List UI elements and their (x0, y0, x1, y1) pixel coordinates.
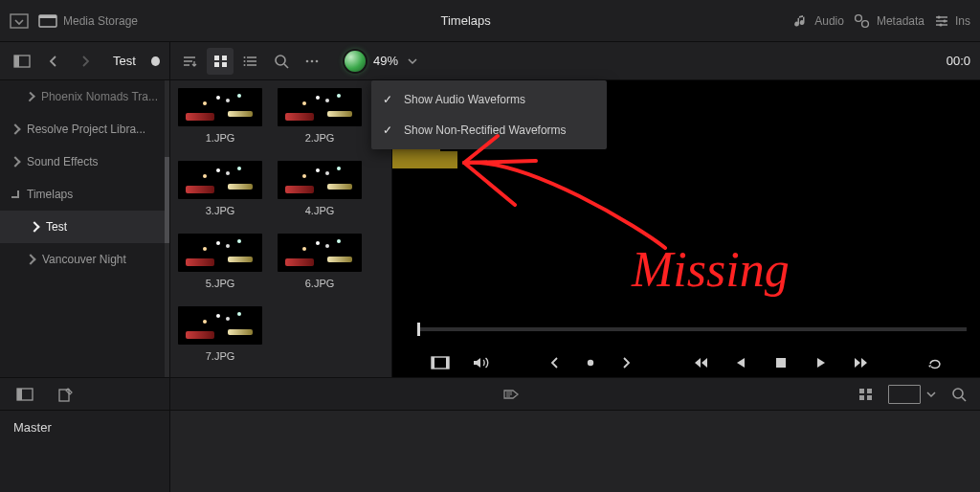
tag-icon[interactable] (501, 387, 521, 402)
audio-label: Audio (814, 14, 844, 28)
clip-thumbnail[interactable]: 1.JPG (178, 88, 262, 144)
jog-prev-button[interactable] (546, 353, 565, 372)
svg-point-18 (306, 59, 309, 62)
app-header: Media Storage Timelaps Audio Metadata In… (0, 0, 980, 42)
media-storage-icon (38, 13, 57, 29)
svg-rect-0 (11, 14, 28, 28)
svg-point-24 (588, 360, 593, 366)
sort-button[interactable] (176, 48, 203, 75)
svg-rect-2 (39, 15, 56, 18)
audio-mute-button[interactable] (471, 353, 490, 372)
thumbnail-view-button-2[interactable] (852, 381, 879, 408)
jog-next-button[interactable] (616, 353, 635, 372)
svg-rect-27 (17, 389, 22, 400)
tree-item-vancouver[interactable]: Vancouver Night (0, 243, 169, 276)
list-view-button[interactable] (237, 48, 264, 75)
media-pool-toolbar (0, 378, 980, 411)
bin-name: Test (113, 54, 136, 68)
metadata-icon (854, 13, 871, 29)
svg-point-14 (244, 56, 246, 58)
inspector-button[interactable]: Ins (934, 13, 970, 29)
workspace-dropdown[interactable] (10, 13, 29, 29)
svg-rect-10 (214, 56, 219, 60)
viewer-scrubber[interactable] (417, 327, 967, 331)
transport-controls (392, 347, 980, 379)
svg-rect-31 (859, 395, 864, 400)
tree-item-test[interactable]: Test (0, 211, 169, 243)
options-menu-button[interactable] (299, 48, 325, 75)
viewer-timecode[interactable]: 00:0 (947, 54, 970, 68)
svg-point-33 (953, 389, 963, 398)
project-title: Timelaps (441, 13, 491, 28)
panel-search-button[interactable] (946, 381, 972, 408)
match-frame-button[interactable] (431, 353, 450, 372)
tree-item-resolve-lib[interactable]: Resolve Project Libra... (0, 113, 169, 145)
playhead[interactable] (417, 323, 420, 336)
loop-button[interactable] (926, 353, 946, 372)
search-button[interactable] (268, 48, 295, 75)
menu-show-nonrectified-waveforms[interactable]: ✓ Show Non-Rectified Waveforms (371, 115, 607, 145)
svg-point-6 (943, 19, 946, 22)
metadata-button[interactable]: Metadata (854, 13, 924, 29)
import-media-button[interactable] (52, 381, 78, 408)
svg-rect-23 (446, 357, 449, 369)
bin-record-dot[interactable] (151, 56, 160, 66)
svg-point-20 (316, 59, 319, 62)
svg-rect-29 (859, 389, 864, 393)
svg-point-19 (311, 59, 314, 62)
svg-rect-12 (214, 62, 219, 67)
music-note-icon (793, 13, 809, 29)
svg-point-4 (862, 20, 869, 27)
menu-show-audio-waveforms[interactable]: ✓ Show Audio Waveforms (371, 84, 607, 115)
play-reverse-button[interactable] (731, 353, 750, 372)
tree-scrollbar[interactable] (165, 80, 169, 377)
clip-thumbnail[interactable]: 2.JPG (278, 88, 362, 144)
clip-thumbnail[interactable]: 6.JPG (278, 234, 362, 289)
go-first-button[interactable] (691, 353, 710, 372)
clip-thumbnail[interactable]: 5.JPG (178, 234, 262, 289)
audio-button[interactable]: Audio (793, 13, 844, 29)
media-storage-label: Media Storage (63, 14, 138, 28)
svg-rect-32 (867, 395, 872, 400)
svg-point-3 (856, 14, 862, 21)
svg-rect-13 (222, 62, 227, 67)
media-pool-panel: Master (0, 377, 980, 492)
check-icon: ✓ (383, 93, 394, 106)
nav-fwd-button[interactable] (74, 48, 98, 75)
nav-back-button[interactable] (41, 48, 65, 75)
clip-thumbnail[interactable]: 4.JPG (278, 161, 362, 216)
tree-item-timelaps[interactable]: Timelaps (0, 178, 169, 211)
frame-icon (888, 385, 921, 404)
zoom-readout[interactable]: 49% (373, 54, 398, 68)
tree-item-sound-effects[interactable]: Sound Effects (0, 145, 169, 178)
svg-rect-25 (776, 358, 786, 368)
svg-point-7 (939, 23, 942, 26)
metadata-label: Metadata (877, 14, 924, 28)
display-mode-dropdown[interactable] (888, 385, 936, 404)
play-button[interactable] (812, 353, 831, 372)
bin-tree: Phoenix Nomads Tra... Resolve Project Li… (0, 80, 170, 377)
svg-point-15 (244, 60, 246, 62)
jog-dot[interactable] (586, 353, 595, 372)
go-last-button[interactable] (852, 353, 871, 372)
svg-rect-30 (867, 389, 872, 393)
clip-thumbnail[interactable]: 3.JPG (178, 161, 262, 216)
tree-item-phoenix[interactable]: Phoenix Nomads Tra... (0, 80, 169, 113)
stop-button[interactable] (771, 353, 791, 372)
viewer-options-menu: ✓ Show Audio Waveforms ✓ Show Non-Rectif… (371, 80, 607, 149)
svg-rect-22 (432, 357, 434, 369)
clip-thumbnail[interactable]: 7.JPG (178, 306, 262, 362)
zoom-knob[interactable] (345, 51, 366, 72)
svg-point-16 (244, 64, 246, 66)
sidebar-toggle-button[interactable] (10, 48, 33, 75)
thumbnail-view-button[interactable] (207, 48, 234, 75)
svg-point-17 (276, 56, 285, 65)
svg-point-5 (937, 15, 940, 18)
chevron-down-icon[interactable] (408, 57, 417, 65)
media-pool-grid[interactable] (170, 411, 980, 492)
browser-toolbar: Test 49% 00:0 (0, 42, 980, 80)
media-storage-button[interactable]: Media Storage (38, 13, 138, 29)
master-bin-label[interactable]: Master (13, 420, 156, 435)
panel-sidebar-toggle[interactable] (11, 381, 38, 408)
sliders-icon (934, 13, 949, 29)
